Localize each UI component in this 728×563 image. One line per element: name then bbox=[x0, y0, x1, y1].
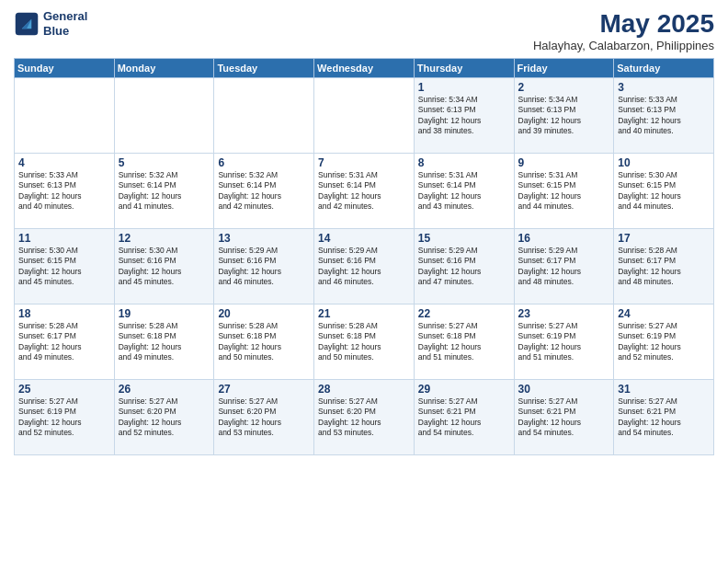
day-cell-1-5: 9Sunrise: 5:31 AM Sunset: 6:15 PM Daylig… bbox=[514, 154, 614, 229]
day-info: Sunrise: 5:27 AM Sunset: 6:21 PM Dayligh… bbox=[418, 396, 510, 439]
calendar-table: Sunday Monday Tuesday Wednesday Thursday… bbox=[14, 58, 714, 455]
day-info: Sunrise: 5:27 AM Sunset: 6:19 PM Dayligh… bbox=[518, 321, 610, 363]
logo-line2: Blue bbox=[43, 24, 69, 38]
day-number: 26 bbox=[119, 383, 210, 396]
day-cell-2-1: 12Sunrise: 5:30 AM Sunset: 6:16 PM Dayli… bbox=[114, 229, 214, 304]
day-info: Sunrise: 5:27 AM Sunset: 6:21 PM Dayligh… bbox=[618, 396, 710, 439]
day-info: Sunrise: 5:31 AM Sunset: 6:14 PM Dayligh… bbox=[418, 170, 510, 213]
col-thursday: Thursday bbox=[414, 59, 514, 78]
day-number: 22 bbox=[418, 307, 510, 320]
day-cell-4-0: 25Sunrise: 5:27 AM Sunset: 6:19 PM Dayli… bbox=[15, 380, 115, 455]
day-cell-1-0: 4Sunrise: 5:33 AM Sunset: 6:13 PM Daylig… bbox=[15, 154, 115, 229]
day-info: Sunrise: 5:34 AM Sunset: 6:13 PM Dayligh… bbox=[518, 95, 610, 137]
week-row-4: 18Sunrise: 5:28 AM Sunset: 6:17 PM Dayli… bbox=[15, 304, 714, 380]
day-cell-4-3: 28Sunrise: 5:27 AM Sunset: 6:20 PM Dayli… bbox=[314, 380, 415, 455]
day-info: Sunrise: 5:27 AM Sunset: 6:20 PM Dayligh… bbox=[119, 396, 210, 439]
logo-text: General Blue bbox=[43, 9, 87, 38]
day-info: Sunrise: 5:28 AM Sunset: 6:18 PM Dayligh… bbox=[318, 321, 410, 363]
day-cell-3-6: 24Sunrise: 5:27 AM Sunset: 6:19 PM Dayli… bbox=[614, 304, 714, 380]
title-block: May 2025 Halayhay, Calabarzon, Philippin… bbox=[533, 9, 714, 52]
day-number: 28 bbox=[318, 383, 410, 396]
day-info: Sunrise: 5:29 AM Sunset: 6:17 PM Dayligh… bbox=[518, 246, 610, 288]
day-info: Sunrise: 5:28 AM Sunset: 6:17 PM Dayligh… bbox=[18, 321, 110, 363]
day-cell-3-1: 19Sunrise: 5:28 AM Sunset: 6:18 PM Dayli… bbox=[114, 304, 214, 380]
col-friday: Friday bbox=[514, 59, 614, 78]
day-cell-0-4: 1Sunrise: 5:34 AM Sunset: 6:13 PM Daylig… bbox=[414, 78, 514, 154]
day-number: 6 bbox=[218, 156, 310, 169]
day-number: 8 bbox=[418, 156, 510, 169]
day-cell-4-6: 31Sunrise: 5:27 AM Sunset: 6:21 PM Dayli… bbox=[614, 380, 714, 455]
col-saturday: Saturday bbox=[614, 59, 714, 78]
day-info: Sunrise: 5:30 AM Sunset: 6:15 PM Dayligh… bbox=[18, 246, 110, 288]
day-number: 11 bbox=[18, 232, 110, 245]
day-info: Sunrise: 5:28 AM Sunset: 6:18 PM Dayligh… bbox=[218, 321, 310, 363]
day-number: 31 bbox=[618, 383, 710, 396]
day-number: 2 bbox=[518, 81, 610, 94]
day-number: 30 bbox=[518, 383, 610, 396]
day-number: 27 bbox=[218, 383, 310, 396]
day-cell-0-2 bbox=[214, 78, 314, 154]
month-year-title: May 2025 bbox=[533, 9, 714, 39]
day-cell-4-1: 26Sunrise: 5:27 AM Sunset: 6:20 PM Dayli… bbox=[114, 380, 214, 455]
day-cell-3-2: 20Sunrise: 5:28 AM Sunset: 6:18 PM Dayli… bbox=[214, 304, 314, 380]
day-cell-4-2: 27Sunrise: 5:27 AM Sunset: 6:20 PM Dayli… bbox=[214, 380, 314, 455]
day-info: Sunrise: 5:32 AM Sunset: 6:14 PM Dayligh… bbox=[119, 170, 210, 213]
day-number: 13 bbox=[218, 232, 310, 245]
col-tuesday: Tuesday bbox=[214, 59, 314, 78]
day-cell-0-5: 2Sunrise: 5:34 AM Sunset: 6:13 PM Daylig… bbox=[514, 78, 614, 154]
week-row-5: 25Sunrise: 5:27 AM Sunset: 6:19 PM Dayli… bbox=[15, 380, 714, 455]
day-number: 19 bbox=[119, 307, 210, 320]
day-number: 1 bbox=[418, 81, 510, 94]
day-number: 21 bbox=[318, 307, 410, 320]
day-number: 18 bbox=[18, 307, 110, 320]
day-cell-2-4: 15Sunrise: 5:29 AM Sunset: 6:16 PM Dayli… bbox=[414, 229, 514, 304]
day-cell-1-1: 5Sunrise: 5:32 AM Sunset: 6:14 PM Daylig… bbox=[114, 154, 214, 229]
day-cell-1-2: 6Sunrise: 5:32 AM Sunset: 6:14 PM Daylig… bbox=[214, 154, 314, 229]
day-info: Sunrise: 5:32 AM Sunset: 6:14 PM Dayligh… bbox=[218, 170, 310, 213]
day-cell-0-0 bbox=[15, 78, 115, 154]
day-cell-2-2: 13Sunrise: 5:29 AM Sunset: 6:16 PM Dayli… bbox=[214, 229, 314, 304]
day-number: 20 bbox=[218, 307, 310, 320]
day-cell-2-3: 14Sunrise: 5:29 AM Sunset: 6:16 PM Dayli… bbox=[314, 229, 415, 304]
week-row-1: 1Sunrise: 5:34 AM Sunset: 6:13 PM Daylig… bbox=[15, 78, 714, 154]
day-cell-0-1 bbox=[114, 78, 214, 154]
logo-icon bbox=[14, 11, 40, 37]
week-row-2: 4Sunrise: 5:33 AM Sunset: 6:13 PM Daylig… bbox=[15, 154, 714, 229]
day-cell-1-3: 7Sunrise: 5:31 AM Sunset: 6:14 PM Daylig… bbox=[314, 154, 415, 229]
calendar-body: 1Sunrise: 5:34 AM Sunset: 6:13 PM Daylig… bbox=[15, 78, 714, 455]
col-wednesday: Wednesday bbox=[314, 59, 415, 78]
day-cell-3-5: 23Sunrise: 5:27 AM Sunset: 6:19 PM Dayli… bbox=[514, 304, 614, 380]
day-number: 24 bbox=[618, 307, 710, 320]
day-number: 15 bbox=[418, 232, 510, 245]
header: General Blue May 2025 Halayhay, Calabarz… bbox=[14, 9, 714, 52]
day-number: 29 bbox=[418, 383, 510, 396]
day-info: Sunrise: 5:27 AM Sunset: 6:19 PM Dayligh… bbox=[18, 396, 110, 439]
day-cell-3-0: 18Sunrise: 5:28 AM Sunset: 6:17 PM Dayli… bbox=[15, 304, 115, 380]
day-number: 7 bbox=[318, 156, 410, 169]
col-sunday: Sunday bbox=[15, 59, 115, 78]
day-cell-0-6: 3Sunrise: 5:33 AM Sunset: 6:13 PM Daylig… bbox=[614, 78, 714, 154]
day-info: Sunrise: 5:27 AM Sunset: 6:19 PM Dayligh… bbox=[618, 321, 710, 363]
day-info: Sunrise: 5:27 AM Sunset: 6:21 PM Dayligh… bbox=[518, 396, 610, 439]
day-cell-3-4: 22Sunrise: 5:27 AM Sunset: 6:18 PM Dayli… bbox=[414, 304, 514, 380]
logo: General Blue bbox=[14, 9, 87, 38]
day-info: Sunrise: 5:28 AM Sunset: 6:17 PM Dayligh… bbox=[618, 246, 710, 288]
week-row-3: 11Sunrise: 5:30 AM Sunset: 6:15 PM Dayli… bbox=[15, 229, 714, 304]
day-info: Sunrise: 5:31 AM Sunset: 6:14 PM Dayligh… bbox=[318, 170, 410, 213]
day-cell-2-5: 16Sunrise: 5:29 AM Sunset: 6:17 PM Dayli… bbox=[514, 229, 614, 304]
day-number: 14 bbox=[318, 232, 410, 245]
page-container: General Blue May 2025 Halayhay, Calabarz… bbox=[0, 0, 728, 563]
logo-line1: General bbox=[43, 9, 87, 23]
day-cell-4-5: 30Sunrise: 5:27 AM Sunset: 6:21 PM Dayli… bbox=[514, 380, 614, 455]
day-number: 25 bbox=[18, 383, 110, 396]
day-number: 5 bbox=[119, 156, 210, 169]
location-subtitle: Halayhay, Calabarzon, Philippines bbox=[533, 39, 714, 52]
calendar-header: Sunday Monday Tuesday Wednesday Thursday… bbox=[15, 59, 714, 78]
day-number: 17 bbox=[618, 232, 710, 245]
day-cell-2-0: 11Sunrise: 5:30 AM Sunset: 6:15 PM Dayli… bbox=[15, 229, 115, 304]
day-info: Sunrise: 5:28 AM Sunset: 6:18 PM Dayligh… bbox=[119, 321, 210, 363]
day-number: 12 bbox=[119, 232, 210, 245]
day-cell-4-4: 29Sunrise: 5:27 AM Sunset: 6:21 PM Dayli… bbox=[414, 380, 514, 455]
day-info: Sunrise: 5:29 AM Sunset: 6:16 PM Dayligh… bbox=[318, 246, 410, 288]
day-info: Sunrise: 5:33 AM Sunset: 6:13 PM Dayligh… bbox=[618, 95, 710, 137]
